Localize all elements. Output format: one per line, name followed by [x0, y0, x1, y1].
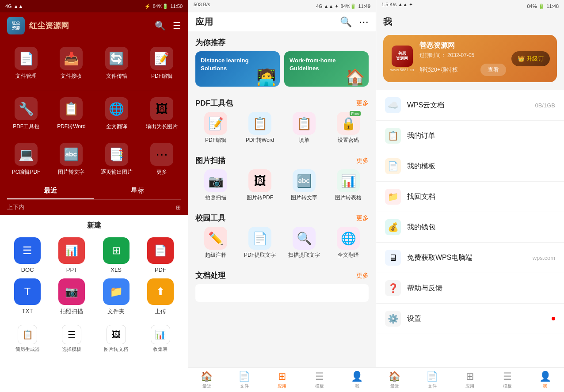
bottom-item-img-doc[interactable]: 🖼 图片转文档	[96, 325, 137, 353]
vip-upgrade-button[interactable]: 👑 升级订	[511, 51, 550, 66]
new-file-photo-scan[interactable]: 📷 拍照扫描	[51, 278, 92, 316]
banner-work-from-home[interactable]: Work-from-home Guidelines 🏠	[284, 51, 369, 87]
panel2-data: 503 B/s	[194, 2, 210, 11]
bottom-item-collect[interactable]: 📊 收集表	[140, 325, 181, 353]
file-icon: 📄	[238, 371, 250, 382]
panel1-item-pdf-to-word[interactable]: 📋 PDF转Word	[49, 94, 94, 134]
menu-item-settings[interactable]: ⚙️ 设置	[376, 304, 564, 334]
panel1-filter-text: 上下内	[7, 203, 24, 211]
panel2-search-icon[interactable]: 🔍	[340, 16, 352, 28]
panel2-header: 应用 🔍 ⋯	[188, 12, 376, 31]
vip-card: 善恶资源网 www.5881.cn 善恶资源网 过期时间： 2032-07-05…	[383, 35, 557, 82]
banner-distance-learning[interactable]: Distance learning Solutions 🧑‍💻	[195, 51, 280, 87]
panel3-nav-template[interactable]: ☰ 模板	[489, 368, 526, 392]
panel2-more-icon[interactable]: ⋯	[359, 16, 369, 28]
home-icon: 🏠	[201, 371, 213, 382]
img-scan-header: 图片扫描 更多	[188, 149, 376, 169]
menu-item-recover-docs[interactable]: 📁 找回文档	[376, 182, 564, 212]
vip-check-button[interactable]: 查看	[480, 64, 506, 76]
panel1-battery: 84%🔋	[152, 4, 168, 9]
panel1-item-pc-edit[interactable]: 💻 PC编辑PDF	[4, 139, 49, 179]
panel3-nav-recent[interactable]: 🏠 最近	[376, 368, 413, 392]
pdf-tools-more[interactable]: 更多	[356, 99, 369, 107]
panel1-logo: 红尘资源	[7, 17, 25, 34]
panel3-bottom-nav: 🏠 最近 📄 文件 ⊞ 应用 ☰ 模板 👤 我	[376, 367, 564, 392]
tool-super-annote[interactable]: ✏️ 超级注释	[195, 227, 236, 259]
new-file-xls[interactable]: ⊞ XLS	[96, 237, 137, 273]
tool-full-translate[interactable]: 🌐 全文翻译	[328, 227, 369, 259]
panel2-nav-me[interactable]: 👤 我	[338, 368, 376, 392]
templates-icon: 📄	[388, 161, 399, 171]
new-file-doc[interactable]: ☰ DOC	[7, 237, 48, 273]
panel1-item-pdf-tools[interactable]: 🔧 PDF工具包	[4, 94, 49, 134]
panel2-nav-apps[interactable]: ⊞ 应用	[263, 368, 301, 392]
home-icon-p3: 🏠	[389, 371, 400, 382]
panel2-nav-recent[interactable]: 🏠 最近	[188, 368, 225, 392]
campus-title: 校园工具	[195, 213, 225, 223]
panel3-nav-file[interactable]: 📄 文件	[413, 368, 451, 392]
crown-icon: 👑	[518, 55, 525, 62]
panel1-second-grid: 🔧 PDF工具包 📋 PDF转Word 🌐 全文翻译 🖼 输出为长图片	[0, 92, 188, 137]
tool-pdf-edit[interactable]: 📝 PDF编辑	[195, 112, 236, 144]
tool-photo-scan[interactable]: 📷 拍照扫描	[195, 169, 236, 202]
tool-fill-form[interactable]: 📋 填单	[284, 112, 324, 144]
tool-scan-extract[interactable]: 🔍 扫描提取文字	[284, 227, 324, 259]
free-badge: Free	[350, 111, 361, 116]
img-scan-more[interactable]: 更多	[356, 157, 369, 165]
bottom-item-resume[interactable]: 📋 简历生成器	[7, 325, 48, 353]
menu-item-wps-cloud[interactable]: ☁️ WPS云文档 0B/1GB	[376, 90, 564, 121]
menu-item-get-wps-pc[interactable]: 🖥 免费获取WPS电脑端 wps.com	[376, 243, 564, 273]
panel3-header: 我	[376, 12, 564, 31]
new-file-txt[interactable]: T TXT	[7, 278, 48, 316]
tool-set-password[interactable]: 🔒 Free 设置密码	[328, 112, 369, 144]
menu-item-my-templates[interactable]: 📄 我的模板	[376, 151, 564, 182]
panel1-item-full-translate[interactable]: 🌐 全文翻译	[94, 94, 139, 134]
panel3-nav-me[interactable]: 👤 我	[526, 368, 564, 392]
panel1-tab-recent[interactable]: 最近	[7, 183, 94, 199]
panel1-tab-starred[interactable]: 星标	[94, 183, 181, 199]
panel1-item-more[interactable]: ⋯ 更多	[139, 139, 184, 179]
new-file-section: 新建 ☰ DOC 📊 PPT ⊞ XLS	[0, 215, 188, 392]
tool-img-to-table[interactable]: 📊 图片转表格	[328, 169, 369, 202]
panel1-third-grid: 💻 PC编辑PDF 🔤 图片转文字 📑 逐页输出图片 ⋯ 更多	[0, 137, 188, 183]
panel1-item-export-img[interactable]: 🖼 输出为长图片	[139, 94, 184, 134]
new-file-pdf[interactable]: 📄 PDF	[140, 237, 181, 273]
recover-icon: 📁	[388, 191, 399, 202]
panel1-signal: 4G	[5, 4, 12, 9]
tool-img-to-text[interactable]: 🔤 图片转文字	[284, 169, 324, 202]
panel2-bottom-nav: 🏠 最近 📄 文件 ⊞ 应用 ☰ 模板 👤 我	[188, 367, 376, 392]
menu-item-help-feedback[interactable]: ❓ 帮助与反馈	[376, 273, 564, 304]
menu-icon[interactable]: ☰	[173, 20, 181, 31]
template-icon: ☰	[315, 371, 324, 382]
panel1-item-file-transfer[interactable]: 🔄 文件传输	[94, 43, 139, 84]
new-file-grid-row1: ☰ DOC 📊 PPT ⊞ XLS 📄 PDF	[0, 234, 188, 277]
tool-pdf-to-word[interactable]: 📋 PDF转Word	[240, 112, 280, 144]
img-scan-grid: 📷 拍照扫描 🖼 图片转PDF 🔤 图片转文字 📊 图片转	[188, 169, 376, 207]
panel2-nav-template[interactable]: ☰ 模板	[301, 368, 338, 392]
bottom-tools-section: 📋 简历生成器 ☰ 选择模板 🖼 图片转文档 📊 收集表	[0, 321, 188, 356]
campus-more[interactable]: 更多	[356, 214, 369, 222]
vip-website: www.5881.cn	[390, 68, 414, 72]
menu-item-my-wallet[interactable]: 💰 我的钱包	[376, 212, 564, 243]
vip-expire: 过期时间： 2032-07-05	[419, 52, 506, 59]
tool-img-to-pdf[interactable]: 🖼 图片转PDF	[240, 169, 280, 202]
tool-pdf-extract-text[interactable]: 📄 PDF提取文字	[240, 227, 280, 259]
panel1-item-file-recv[interactable]: 📥 文件接收	[49, 43, 94, 84]
panel3-nav-recent-label: 最近	[390, 383, 399, 389]
menu-item-my-orders[interactable]: 📋 我的订单	[376, 121, 564, 151]
new-file-folder[interactable]: 📁 文件夹	[96, 278, 137, 316]
panel1-item-pdf-edit[interactable]: 📝 PDF编辑	[139, 43, 184, 84]
panel3-nav-apps[interactable]: ⊞ 应用	[451, 368, 488, 392]
panel1-item-page-export[interactable]: 📑 逐页输出图片	[94, 139, 139, 179]
panel2-nav-file[interactable]: 📄 文件	[225, 368, 263, 392]
new-file-upload[interactable]: ⬆ 上传	[140, 278, 181, 316]
search-icon[interactable]: 🔍	[155, 20, 166, 31]
panel1-item-file-mgmt[interactable]: 📄 文件管理	[4, 43, 49, 84]
bottom-item-select-template[interactable]: ☰ 选择模板	[51, 325, 92, 353]
new-file-ppt[interactable]: 📊 PPT	[51, 237, 92, 273]
banner-wfh-line1: Work-from-home	[290, 57, 335, 65]
banner-line1: Distance learning	[201, 57, 248, 65]
panel1-item-img-to-text[interactable]: 🔤 图片转文字	[49, 139, 94, 179]
doc-process-more[interactable]: 更多	[356, 272, 369, 280]
panel3-nav-file-label: 文件	[428, 383, 437, 389]
